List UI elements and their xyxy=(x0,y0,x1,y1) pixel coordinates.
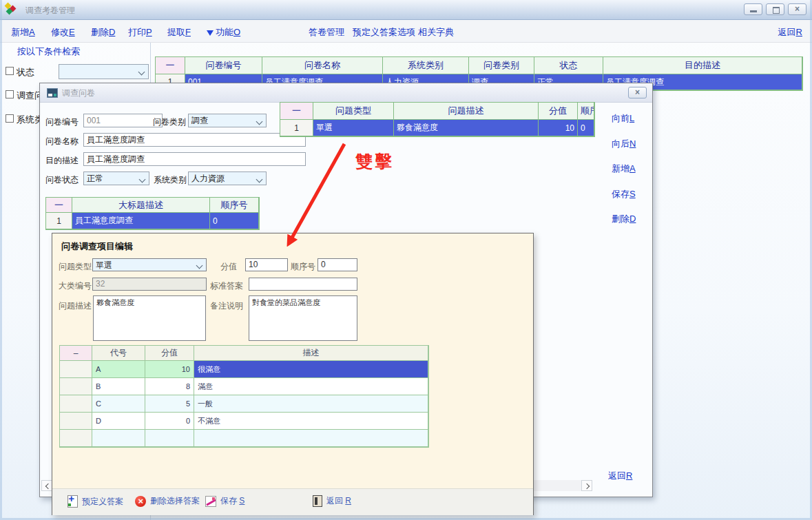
save-button[interactable]: 保存S xyxy=(612,188,636,200)
status-dropdown[interactable]: 正常 xyxy=(83,171,149,185)
answer-field[interactable] xyxy=(249,278,357,291)
answer-row[interactable]: B 8 滿意 xyxy=(60,378,428,395)
cell-description: 不滿意 xyxy=(194,413,428,430)
chevron-left-icon xyxy=(45,483,51,489)
answer-row[interactable]: A 10 很滿意 xyxy=(60,361,428,378)
header-code: 代号 xyxy=(92,346,145,361)
answers-table: – 代号 分值 描述 A 10 很滿意 B 8 滿意 C 5 一般 xyxy=(59,345,429,448)
predefined-answers-button[interactable]: 预定义答案 xyxy=(67,495,123,508)
add-button[interactable]: 新增A xyxy=(612,163,636,175)
header-score: 分值 xyxy=(539,103,578,120)
return-button[interactable]: 返回 R xyxy=(313,495,351,507)
item-edit-window: 问卷调查项目编辑 问题类型 單選 分值 10 顺序号 0 大类编号 32 标准答… xyxy=(52,233,534,515)
toolbar-return-button[interactable]: 返回R xyxy=(778,26,802,39)
cell-code: B xyxy=(92,378,145,395)
status-dropdown[interactable] xyxy=(59,64,149,79)
item-edit-title: 问卷调查项目编辑 xyxy=(61,240,133,253)
toolbar-predefined-options-link[interactable]: 预定义答案选项 xyxy=(353,26,415,39)
survey-close-button[interactable]: × xyxy=(628,87,647,98)
cell-order: 0 xyxy=(578,120,594,136)
maximize-button[interactable] xyxy=(766,3,784,15)
scroll-right-button[interactable] xyxy=(581,480,592,491)
header-order: 顺序号 xyxy=(210,198,259,213)
header-dash: 一 xyxy=(156,57,185,74)
cell-code: A xyxy=(92,361,145,378)
delete-selected-answers-button[interactable]: 删除选择答案 xyxy=(135,495,200,507)
purpose-label: 目的描述 xyxy=(45,155,79,167)
doc-plus-icon xyxy=(67,495,78,508)
order-field[interactable]: 0 xyxy=(317,258,357,271)
cell-code: C xyxy=(92,395,145,413)
cell-code: D xyxy=(92,413,145,430)
header-score: 分值 xyxy=(145,346,194,361)
search-panel-title: 按以下条件检索 xyxy=(17,45,80,58)
category-dropdown[interactable]: 調查 xyxy=(188,114,267,127)
next-button[interactable]: 向后N xyxy=(612,138,636,150)
exit-door-icon xyxy=(313,495,322,507)
header-status: 状态 xyxy=(534,57,603,74)
toolbar-dictionary-link[interactable]: 相关字典 xyxy=(418,26,454,39)
questionnaire-table-header: 一 问卷编号 问卷名称 系统类别 问卷类别 状态 目的描述 xyxy=(156,57,802,74)
save-pencil-icon xyxy=(205,496,216,507)
chevron-down-icon xyxy=(256,118,263,125)
chevron-down-icon xyxy=(256,176,263,183)
cell-score: 5 xyxy=(145,395,194,413)
cell-question-desc: 夥食滿意度 xyxy=(394,120,539,136)
chevron-down-icon xyxy=(196,262,203,269)
answer-row[interactable]: D 0 不滿意 xyxy=(60,413,428,430)
answers-table-header: – 代号 分值 描述 xyxy=(60,346,428,361)
section-table: 一 大标题描述 顺序号 1 員工滿意度調查 0 xyxy=(45,197,260,230)
cell-index: 1 xyxy=(280,120,313,136)
save-button[interactable]: 保存 S xyxy=(205,495,244,507)
answer-row-empty[interactable] xyxy=(60,430,428,447)
name-label: 问卷名称 xyxy=(45,136,79,147)
system-checkbox[interactable] xyxy=(6,114,14,123)
number-field[interactable]: 001 xyxy=(83,114,163,127)
main-toolbar: 新增A 修改E 删除D 打印P 提取F 功能O 答卷管理 预定义答案选项 相关字… xyxy=(0,20,812,43)
toolbar-print-button[interactable]: 打印P xyxy=(128,26,152,39)
system-dropdown[interactable]: 人力資源 xyxy=(188,171,267,185)
toolbar-function-button[interactable]: 功能O xyxy=(207,26,240,39)
score-field[interactable]: 10 xyxy=(245,258,288,271)
delete-button[interactable]: 删除D xyxy=(612,213,636,225)
scroll-left-button[interactable] xyxy=(41,480,52,491)
class-field: 32 xyxy=(92,278,207,291)
cell-description: 很滿意 xyxy=(194,361,428,378)
note-textarea[interactable]: 對食堂的菜品滿意度 xyxy=(249,295,357,341)
desc-textarea[interactable]: 夥食滿意度 xyxy=(93,295,206,341)
toolbar-extract-button[interactable]: 提取F xyxy=(167,26,191,39)
header-purpose: 目的描述 xyxy=(603,57,802,74)
header-order: 顺序号 xyxy=(578,103,594,120)
name-field[interactable]: 員工滿意度調查 xyxy=(83,133,306,147)
return-button[interactable]: 返回R xyxy=(608,470,632,482)
prev-button[interactable]: 向前L xyxy=(612,112,634,125)
cell-score: 10 xyxy=(145,361,194,378)
header-question-type: 问题类型 xyxy=(313,103,394,120)
purpose-field[interactable]: 員工滿意度調查 xyxy=(83,152,306,166)
toolbar-delete-button[interactable]: 删除D xyxy=(91,26,115,39)
blue-down-arrow-icon xyxy=(207,30,214,36)
question-row[interactable]: 1 單選 夥食滿意度 10 0 xyxy=(280,120,594,136)
red-x-icon xyxy=(135,496,146,507)
cell-section-title: 員工滿意度調查 xyxy=(72,213,210,229)
cell-score: 10 xyxy=(539,120,578,136)
toolbar-add-button[interactable]: 新增A xyxy=(11,26,35,39)
cell-score xyxy=(145,430,194,447)
answer-row[interactable]: C 5 一般 xyxy=(60,395,428,413)
section-row[interactable]: 1 員工滿意度調查 0 xyxy=(46,213,259,229)
item-edit-footer: 预定义答案 删除选择答案 保存 S 返回 R xyxy=(52,488,533,515)
toolbar-answer-mgmt-link[interactable]: 答卷管理 xyxy=(309,26,344,39)
question-table-header: 一 问题类型 问题描述 分值 顺序号 xyxy=(280,103,594,120)
minimize-button[interactable] xyxy=(744,3,762,15)
cell-question-type: 單選 xyxy=(313,120,394,136)
system-label: 系统类别 xyxy=(154,174,187,186)
toolbar-edit-button[interactable]: 修改E xyxy=(51,26,75,39)
header-number: 问卷编号 xyxy=(185,57,262,74)
status-checkbox[interactable] xyxy=(6,67,14,75)
window-title: 调查考卷管理 xyxy=(25,5,75,17)
survey-checkbox[interactable] xyxy=(6,90,14,98)
type-dropdown[interactable]: 單選 xyxy=(92,258,207,271)
cell-rowmark xyxy=(60,395,92,413)
score-label: 分值 xyxy=(220,261,237,273)
close-button[interactable]: × xyxy=(788,3,806,15)
